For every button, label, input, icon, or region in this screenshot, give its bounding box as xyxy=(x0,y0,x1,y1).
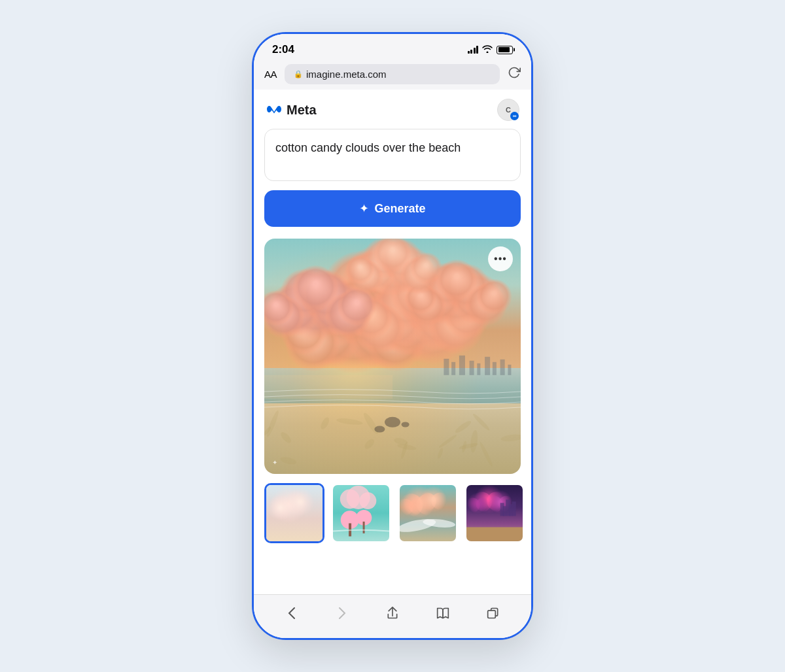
meta-logo: Meta xyxy=(266,103,317,118)
signal-bars-icon xyxy=(468,46,479,54)
app-header: Meta C ∞ xyxy=(254,90,531,129)
url-bar[interactable]: 🔒 imagine.meta.com xyxy=(285,64,500,84)
phone-frame: 2:04 xyxy=(252,32,533,640)
thumbnail-3[interactable] xyxy=(398,483,458,543)
forward-button[interactable] xyxy=(328,601,357,625)
svg-rect-0 xyxy=(487,611,495,618)
refresh-icon[interactable] xyxy=(508,66,521,82)
image-menu-button[interactable]: ••• xyxy=(488,246,513,271)
bottom-nav xyxy=(254,594,531,638)
wifi-icon xyxy=(482,45,493,55)
status-bar: 2:04 xyxy=(254,34,531,61)
generate-button-label: Generate xyxy=(374,202,425,216)
status-icons xyxy=(468,45,514,55)
status-time: 2:04 xyxy=(272,43,294,56)
user-avatar[interactable]: C ∞ xyxy=(497,99,519,121)
thumbnail-3-canvas xyxy=(400,485,456,541)
dots-icon: ••• xyxy=(494,253,507,265)
thumbnail-4[interactable] xyxy=(464,483,525,543)
meta-logo-icon xyxy=(266,103,283,118)
watermark: ✦ xyxy=(272,459,277,466)
thumbnails-row xyxy=(254,483,531,556)
browser-bar: AA 🔒 imagine.meta.com xyxy=(254,61,531,90)
tabs-button[interactable] xyxy=(479,601,508,625)
phone-inner: 2:04 xyxy=(254,34,531,638)
avatar-letter: C xyxy=(506,106,511,114)
share-button[interactable] xyxy=(378,601,407,625)
thumbnail-4-canvas xyxy=(466,485,523,541)
main-image-canvas xyxy=(264,239,521,474)
main-image: ••• ✦ xyxy=(264,239,521,474)
avatar-infinity: ∞ xyxy=(510,112,519,120)
sparkle-icon: ✦ xyxy=(359,201,369,216)
thumbnail-2[interactable] xyxy=(331,483,391,543)
battery-icon xyxy=(497,46,513,54)
prompt-text: cotton candy clouds over the beach xyxy=(275,141,461,154)
url-text: imagine.meta.com xyxy=(306,69,387,80)
thumbnail-1-canvas xyxy=(266,485,323,541)
meta-logo-text: Meta xyxy=(287,103,317,118)
back-button[interactable] xyxy=(277,601,306,625)
bookmarks-button[interactable] xyxy=(428,601,457,625)
prompt-input[interactable]: cotton candy clouds over the beach xyxy=(264,129,521,181)
browser-aa[interactable]: AA xyxy=(264,69,277,80)
app-content: Meta C ∞ cotton candy clouds over the be… xyxy=(254,90,531,594)
generate-button[interactable]: ✦ Generate xyxy=(264,190,521,227)
thumbnail-1[interactable] xyxy=(264,483,324,543)
lock-icon: 🔒 xyxy=(294,70,303,78)
thumbnail-2-canvas xyxy=(333,485,389,541)
